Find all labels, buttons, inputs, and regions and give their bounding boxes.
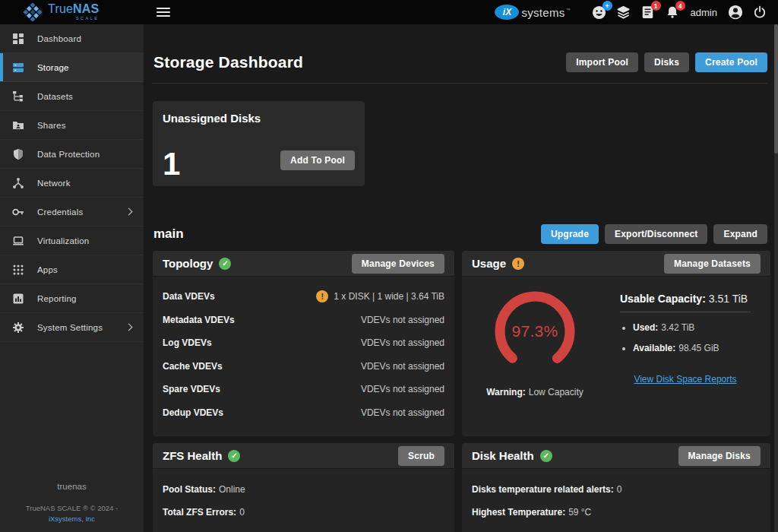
- feedback-badge: +: [602, 1, 612, 11]
- hamburger-menu-icon[interactable]: [157, 5, 170, 19]
- sidebar-item-data-protection[interactable]: Data Protection: [0, 140, 144, 169]
- truenas-edition-label: SCALE: [76, 17, 100, 21]
- sidebar-footer: truenas TrueNAS SCALE ® © 2024 - iXsyste…: [0, 480, 144, 524]
- topology-row-log-vdevs: Log VDEVsVDEVs not assigned: [153, 331, 454, 355]
- topology-row-metadata-vdevs: Metadata VDEVsVDEVs not assigned: [153, 309, 454, 332]
- highest-temperature-row: Highest Temperature:59 °C: [462, 501, 770, 524]
- view-disk-space-reports-link[interactable]: View Disk Space Reports: [634, 374, 736, 385]
- pool-status-row: Pool Status:Online: [153, 478, 454, 501]
- scrollbar[interactable]: [774, 24, 778, 532]
- add-to-pool-button[interactable]: Add To Pool: [280, 150, 355, 170]
- ixsystems-link[interactable]: iXsystems, Inc: [0, 514, 144, 524]
- zfs-errors-row: Total ZFS Errors:0: [153, 501, 454, 524]
- bell-icon[interactable]: 4: [665, 5, 680, 20]
- disks-button[interactable]: Disks: [644, 52, 689, 72]
- pool-name: main: [153, 226, 184, 242]
- dashboard-icon: [11, 32, 24, 45]
- used-capacity: Used:3.42 TiB: [633, 322, 751, 333]
- feedback-smiley-icon[interactable]: +: [592, 5, 607, 20]
- topology-card: Topology ✓ Manage Devices Data VDEVs !1 …: [153, 251, 454, 436]
- check-circle-icon: ✓: [540, 450, 552, 462]
- ix-logo-text: systems: [521, 6, 565, 19]
- top-bar: TrueNAS SCALE iX systems ™ +: [0, 0, 778, 24]
- capacity-percent: 97.3%: [490, 287, 580, 376]
- export-disconnect-button[interactable]: Export/Disconnect: [605, 224, 707, 244]
- disk-health-title: Disk Health ✓: [472, 449, 552, 462]
- unassigned-disks-card: Unassigned Disks 1 Add To Pool: [153, 101, 365, 186]
- manage-devices-button[interactable]: Manage Devices: [352, 254, 444, 274]
- jobs-badge: 1: [651, 1, 661, 11]
- expand-button[interactable]: Expand: [713, 224, 767, 244]
- shield-icon: [11, 147, 24, 160]
- check-circle-icon: ✓: [228, 450, 240, 462]
- sidebar-item-dashboard[interactable]: Dashboard: [0, 24, 144, 53]
- sidebar-item-reporting[interactable]: Reporting: [0, 284, 144, 313]
- capacity-warning: Warning:Low Capacity: [486, 387, 584, 397]
- create-pool-button[interactable]: Create Pool: [695, 52, 767, 72]
- topology-title: Topology ✓: [163, 257, 231, 270]
- topology-row-dedup-vdevs: Dedup VDEVsVDEVs not assigned: [153, 401, 454, 425]
- manage-disks-button[interactable]: Manage Disks: [678, 446, 761, 466]
- temperature-alerts-row: Disks temperature related alerts:0: [462, 478, 770, 501]
- truenas-logo[interactable]: TrueNAS SCALE: [0, 3, 144, 21]
- manage-datasets-button[interactable]: Manage Datasets: [664, 254, 761, 274]
- key-icon: [11, 205, 24, 218]
- usage-card: Usage ! Manage Datasets 97.3% Warning:Lo…: [462, 251, 770, 436]
- disk-health-card: Disk Health ✓ Manage Disks Disks tempera…: [462, 443, 770, 532]
- ixsystems-logo: iX systems ™: [495, 5, 570, 20]
- hostname-label: truenas: [0, 480, 144, 493]
- unassigned-disks-count: 1: [163, 148, 180, 180]
- warning-circle-icon: !: [512, 258, 524, 270]
- network-icon: [11, 176, 24, 189]
- topology-row-data-vdevs: Data VDEVs !1 x DISK | 1 wide | 3.64 TiB: [153, 285, 454, 309]
- gear-icon: [11, 321, 24, 334]
- truenas-logo-text: TrueNAS: [48, 3, 100, 15]
- reporting-icon: [11, 292, 24, 305]
- title-divider: [152, 83, 767, 84]
- storage-icon: [11, 61, 24, 74]
- apps-icon: [11, 263, 24, 276]
- capacity-gauge: 97.3%: [490, 287, 580, 376]
- laptop-icon: [11, 234, 24, 247]
- user-avatar-icon[interactable]: [728, 5, 743, 20]
- sidebar-item-system-settings[interactable]: System Settings: [0, 313, 144, 342]
- truenas-logo-mark-icon: [23, 3, 43, 21]
- ix-logo-mark: iX: [495, 5, 519, 20]
- upgrade-button[interactable]: Upgrade: [541, 224, 599, 244]
- zfs-health-title: ZFS Health ✓: [163, 449, 240, 462]
- usage-title: Usage !: [472, 257, 524, 270]
- main-content: Storage Dashboard Import Pool Disks Crea…: [144, 24, 778, 532]
- chevron-right-icon: [125, 208, 133, 216]
- sidebar-item-storage[interactable]: Storage: [0, 53, 144, 82]
- sidebar-item-datasets[interactable]: Datasets: [0, 82, 144, 111]
- chevron-right-icon: [125, 324, 133, 331]
- shares-icon: [11, 119, 24, 131]
- topology-row-cache-vdevs: Cache VDEVsVDEVs not assigned: [153, 355, 454, 378]
- datasets-icon: [11, 90, 24, 103]
- jobs-document-icon[interactable]: 1: [640, 5, 656, 20]
- copyright-label: TrueNAS SCALE ® © 2024 -: [0, 503, 144, 514]
- topology-row-spare-vdevs: Spare VDEVsVDEVs not assigned: [153, 378, 454, 401]
- username-label: admin: [691, 7, 717, 18]
- alerts-badge: 4: [675, 1, 685, 11]
- unassigned-disks-title: Unassigned Disks: [163, 112, 355, 125]
- import-pool-button[interactable]: Import Pool: [566, 52, 638, 72]
- sidebar-item-apps[interactable]: Apps: [0, 255, 144, 284]
- truecommand-layers-icon[interactable]: [616, 5, 631, 20]
- usable-capacity: Usable Capacity:3.51 TiB: [620, 293, 751, 312]
- sidebar: Dashboard Storage Datasets: [0, 24, 144, 532]
- zfs-health-card: ZFS Health ✓ Scrub Pool Status:Online To…: [153, 443, 454, 532]
- sidebar-item-virtualization[interactable]: Virtualization: [0, 226, 144, 255]
- sidebar-item-shares[interactable]: Shares: [0, 111, 144, 140]
- check-circle-icon: ✓: [219, 258, 231, 270]
- sidebar-item-network[interactable]: Network: [0, 169, 144, 198]
- power-icon[interactable]: [752, 5, 767, 20]
- scrub-button[interactable]: Scrub: [398, 446, 444, 466]
- warning-circle-icon: !: [316, 290, 328, 302]
- sidebar-item-credentials[interactable]: Credentials: [0, 198, 144, 226]
- page-title: Storage Dashboard: [153, 53, 303, 71]
- available-capacity: Available:98.45 GiB: [633, 343, 751, 353]
